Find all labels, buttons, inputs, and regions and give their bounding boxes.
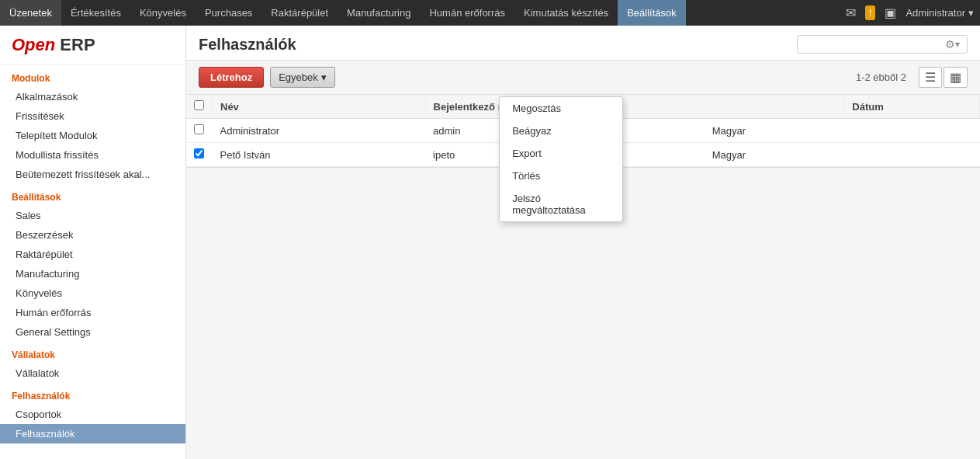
section-modulok-title: Modulok (0, 65, 185, 87)
sidebar-item-human[interactable]: Humán erőforrás (0, 303, 185, 322)
page-header: Felhasználók ⚙ ▾ (186, 26, 980, 61)
toolbar: Létrehoz Egyebek ▾ Megosztás Beágyaz Exp… (186, 61, 980, 95)
search-input[interactable] (802, 39, 942, 50)
dropdown-item-beagyaz[interactable]: Beágyaz (500, 120, 622, 142)
section-vallalatok-title: Vállalatok (0, 342, 185, 363)
dropdown-item-torles[interactable]: Törlés (500, 165, 622, 187)
row1-checkbox[interactable] (194, 124, 204, 134)
sidebar-item-raktarepulet[interactable]: Raktárépület (0, 245, 185, 264)
top-navigation: Üzenetek Értékesítés Könyvelés Purchases… (0, 0, 980, 26)
page-title: Felhasználók (199, 36, 296, 54)
search-box[interactable]: ⚙ ▾ (797, 35, 968, 54)
sidebar-item-vallalatok[interactable]: Vállalatok (0, 363, 185, 383)
logo-open: Open (12, 35, 55, 54)
sidebar-item-telepitett[interactable]: Telepített Modulok (0, 126, 185, 145)
pagination-info: 1-2 ebből 2 (856, 71, 906, 83)
nav-kimutatas[interactable]: Kimutatás készítés (514, 0, 618, 26)
row2-checkbox[interactable] (194, 148, 204, 158)
egyebek-wrapper: Egyebek ▾ Megosztás Beágyaz Export Törlé… (270, 67, 335, 88)
egyebek-arrow-icon: ▾ (321, 71, 327, 83)
sidebar-item-beutemezett[interactable]: Beütemezett frissítések akal... (0, 165, 185, 184)
dropdown-item-jelszo[interactable]: Jelszó megváltoztatása (500, 187, 622, 221)
sidebar-item-csoportok[interactable]: Csoportok (0, 405, 185, 424)
sidebar-item-frissitesek[interactable]: Frissítések (0, 106, 185, 126)
col-datum: Dátum (844, 95, 980, 119)
nav-manufacturing[interactable]: Manufacturing (338, 0, 420, 26)
sidebar: Open ERP Modulok Alkalmazások Frissítése… (0, 26, 186, 459)
section-felhasznalok-title: Felhasználók (0, 383, 185, 405)
row1-lang: Magyar (705, 119, 844, 143)
row2-nev: Pető István (213, 143, 426, 167)
col-nev: Név (213, 95, 426, 119)
admin-arrow-icon: ▾ (968, 7, 974, 19)
create-button[interactable]: Létrehoz (199, 67, 264, 88)
nav-right: ✉ ! ▣ Administrator ▾ (841, 2, 980, 23)
egyebek-label: Egyebek (279, 71, 318, 83)
section-beallitasok-title: Beállítások (0, 184, 185, 206)
admin-menu-btn[interactable]: Administrator ▾ (906, 7, 974, 19)
nav-purchases[interactable]: Purchases (196, 0, 261, 26)
dropdown-item-export[interactable]: Export (500, 142, 622, 165)
search-settings-icon[interactable]: ⚙ (945, 38, 955, 50)
search-arrow-icon[interactable]: ▾ (955, 39, 960, 50)
mail-icon-btn[interactable]: ✉ (841, 2, 861, 23)
sidebar-item-felhasznalok[interactable]: Felhasználók (0, 424, 185, 443)
sidebar-item-sales[interactable]: Sales (0, 206, 185, 225)
grid-view-btn[interactable]: ▦ (944, 67, 968, 88)
nav-uzenetek[interactable]: Üzenetek (0, 0, 61, 26)
nav-konyeveles[interactable]: Könyvelés (130, 0, 196, 26)
view-buttons: ☰ ▦ (919, 67, 968, 88)
sidebar-item-modullista[interactable]: Modullista frissítés (0, 145, 185, 165)
alert-icon-btn[interactable]: ! (865, 5, 876, 20)
main-layout: Open ERP Modulok Alkalmazások Frissítése… (0, 26, 980, 459)
col-lang (705, 95, 844, 119)
row2-lang: Magyar (705, 143, 844, 167)
select-all-checkbox[interactable] (194, 100, 204, 110)
sidebar-item-manufacturing[interactable]: Manufacturing (0, 264, 185, 283)
content-area: Felhasználók ⚙ ▾ Létrehoz Egyebek ▾ Mego… (186, 26, 980, 459)
row1-datum (844, 119, 980, 143)
egyebek-button[interactable]: Egyebek ▾ (270, 67, 335, 88)
sidebar-item-alkalmazasok[interactable]: Alkalmazások (0, 87, 185, 106)
row1-checkbox-cell (186, 119, 213, 143)
egyebek-dropdown: Megosztás Beágyaz Export Törlés Jelszó m… (499, 96, 623, 222)
camera-icon-btn[interactable]: ▣ (880, 2, 901, 23)
dropdown-item-megosztás[interactable]: Megosztás (500, 97, 622, 120)
col-checkbox (186, 95, 213, 119)
nav-ertekesites[interactable]: Értékesítés (61, 0, 130, 26)
sidebar-item-general[interactable]: General Settings (0, 322, 185, 342)
row1-nev: Administrator (213, 119, 426, 143)
admin-label: Administrator (906, 7, 965, 19)
sidebar-item-konyeveles[interactable]: Könyvelés (0, 283, 185, 303)
row2-checkbox-cell (186, 143, 213, 167)
nav-beallitasok[interactable]: Beállítások (618, 0, 686, 26)
nav-human[interactable]: Humán erőforrás (420, 0, 514, 26)
row2-datum (844, 143, 980, 167)
nav-raktarepulet[interactable]: Raktárépület (261, 0, 338, 26)
nav-items-left: Üzenetek Értékesítés Könyvelés Purchases… (0, 0, 686, 26)
list-view-btn[interactable]: ☰ (919, 67, 942, 88)
sidebar-item-beszerzesek[interactable]: Beszerzések (0, 225, 185, 245)
logo-area: Open ERP (0, 26, 185, 65)
logo-erp: ERP (55, 35, 95, 54)
logo: Open ERP (12, 35, 95, 54)
